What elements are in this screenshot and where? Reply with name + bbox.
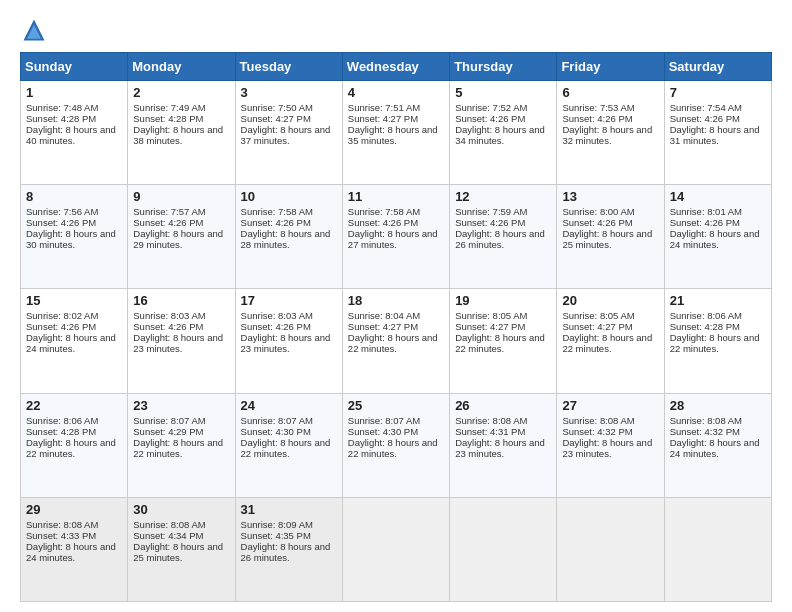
calendar-dow-saturday: Saturday (664, 53, 771, 81)
day-number: 25 (348, 398, 444, 413)
day-number: 4 (348, 85, 444, 100)
day-number: 26 (455, 398, 551, 413)
daylight-label: Daylight: 8 hours and 24 minutes. (26, 541, 116, 563)
sunrise-label: Sunrise: 8:06 AM (670, 310, 742, 321)
daylight-label: Daylight: 8 hours and 38 minutes. (133, 124, 223, 146)
daylight-label: Daylight: 8 hours and 22 minutes. (348, 437, 438, 459)
calendar-cell: 4 Sunrise: 7:51 AM Sunset: 4:27 PM Dayli… (342, 81, 449, 185)
sunrise-label: Sunrise: 8:08 AM (562, 415, 634, 426)
calendar-cell: 5 Sunrise: 7:52 AM Sunset: 4:26 PM Dayli… (450, 81, 557, 185)
sunrise-label: Sunrise: 8:05 AM (562, 310, 634, 321)
day-number: 3 (241, 85, 337, 100)
sunrise-label: Sunrise: 8:07 AM (348, 415, 420, 426)
calendar-cell: 14 Sunrise: 8:01 AM Sunset: 4:26 PM Dayl… (664, 185, 771, 289)
sunset-label: Sunset: 4:28 PM (133, 113, 203, 124)
calendar-cell: 1 Sunrise: 7:48 AM Sunset: 4:28 PM Dayli… (21, 81, 128, 185)
calendar-cell: 10 Sunrise: 7:58 AM Sunset: 4:26 PM Dayl… (235, 185, 342, 289)
calendar-cell: 7 Sunrise: 7:54 AM Sunset: 4:26 PM Dayli… (664, 81, 771, 185)
calendar-cell: 8 Sunrise: 7:56 AM Sunset: 4:26 PM Dayli… (21, 185, 128, 289)
day-number: 27 (562, 398, 658, 413)
calendar-cell: 6 Sunrise: 7:53 AM Sunset: 4:26 PM Dayli… (557, 81, 664, 185)
daylight-label: Daylight: 8 hours and 23 minutes. (133, 332, 223, 354)
sunset-label: Sunset: 4:27 PM (562, 321, 632, 332)
day-number: 28 (670, 398, 766, 413)
sunrise-label: Sunrise: 7:53 AM (562, 102, 634, 113)
sunset-label: Sunset: 4:29 PM (133, 426, 203, 437)
calendar-cell: 19 Sunrise: 8:05 AM Sunset: 4:27 PM Dayl… (450, 289, 557, 393)
calendar-cell: 20 Sunrise: 8:05 AM Sunset: 4:27 PM Dayl… (557, 289, 664, 393)
daylight-label: Daylight: 8 hours and 37 minutes. (241, 124, 331, 146)
sunrise-label: Sunrise: 7:51 AM (348, 102, 420, 113)
day-number: 10 (241, 189, 337, 204)
calendar-cell: 25 Sunrise: 8:07 AM Sunset: 4:30 PM Dayl… (342, 393, 449, 497)
daylight-label: Daylight: 8 hours and 23 minutes. (562, 437, 652, 459)
sunrise-label: Sunrise: 8:03 AM (241, 310, 313, 321)
calendar-cell: 27 Sunrise: 8:08 AM Sunset: 4:32 PM Dayl… (557, 393, 664, 497)
sunrise-label: Sunrise: 8:03 AM (133, 310, 205, 321)
day-number: 16 (133, 293, 229, 308)
calendar-cell: 17 Sunrise: 8:03 AM Sunset: 4:26 PM Dayl… (235, 289, 342, 393)
calendar-cell: 31 Sunrise: 8:09 AM Sunset: 4:35 PM Dayl… (235, 497, 342, 601)
calendar-week-4: 22 Sunrise: 8:06 AM Sunset: 4:28 PM Dayl… (21, 393, 772, 497)
sunset-label: Sunset: 4:32 PM (562, 426, 632, 437)
calendar-week-1: 1 Sunrise: 7:48 AM Sunset: 4:28 PM Dayli… (21, 81, 772, 185)
sunset-label: Sunset: 4:26 PM (348, 217, 418, 228)
sunset-label: Sunset: 4:26 PM (562, 113, 632, 124)
day-number: 9 (133, 189, 229, 204)
calendar-cell: 15 Sunrise: 8:02 AM Sunset: 4:26 PM Dayl… (21, 289, 128, 393)
sunset-label: Sunset: 4:27 PM (455, 321, 525, 332)
calendar-header-row: SundayMondayTuesdayWednesdayThursdayFrid… (21, 53, 772, 81)
daylight-label: Daylight: 8 hours and 24 minutes. (26, 332, 116, 354)
sunrise-label: Sunrise: 8:05 AM (455, 310, 527, 321)
calendar-dow-monday: Monday (128, 53, 235, 81)
daylight-label: Daylight: 8 hours and 27 minutes. (348, 228, 438, 250)
header (20, 16, 772, 44)
sunrise-label: Sunrise: 8:08 AM (133, 519, 205, 530)
daylight-label: Daylight: 8 hours and 32 minutes. (562, 124, 652, 146)
sunrise-label: Sunrise: 7:58 AM (348, 206, 420, 217)
day-number: 24 (241, 398, 337, 413)
calendar-dow-tuesday: Tuesday (235, 53, 342, 81)
daylight-label: Daylight: 8 hours and 25 minutes. (562, 228, 652, 250)
sunrise-label: Sunrise: 8:07 AM (241, 415, 313, 426)
sunset-label: Sunset: 4:34 PM (133, 530, 203, 541)
general-blue-logo-icon (20, 16, 48, 44)
daylight-label: Daylight: 8 hours and 22 minutes. (26, 437, 116, 459)
day-number: 20 (562, 293, 658, 308)
sunset-label: Sunset: 4:28 PM (670, 321, 740, 332)
daylight-label: Daylight: 8 hours and 22 minutes. (348, 332, 438, 354)
day-number: 6 (562, 85, 658, 100)
day-number: 1 (26, 85, 122, 100)
daylight-label: Daylight: 8 hours and 31 minutes. (670, 124, 760, 146)
calendar-cell (450, 497, 557, 601)
calendar-dow-sunday: Sunday (21, 53, 128, 81)
day-number: 31 (241, 502, 337, 517)
calendar-dow-friday: Friday (557, 53, 664, 81)
calendar-dow-thursday: Thursday (450, 53, 557, 81)
sunrise-label: Sunrise: 7:48 AM (26, 102, 98, 113)
calendar-week-5: 29 Sunrise: 8:08 AM Sunset: 4:33 PM Dayl… (21, 497, 772, 601)
calendar-cell (342, 497, 449, 601)
calendar-cell: 26 Sunrise: 8:08 AM Sunset: 4:31 PM Dayl… (450, 393, 557, 497)
calendar-week-3: 15 Sunrise: 8:02 AM Sunset: 4:26 PM Dayl… (21, 289, 772, 393)
daylight-label: Daylight: 8 hours and 22 minutes. (670, 332, 760, 354)
calendar-cell: 23 Sunrise: 8:07 AM Sunset: 4:29 PM Dayl… (128, 393, 235, 497)
daylight-label: Daylight: 8 hours and 23 minutes. (455, 437, 545, 459)
sunset-label: Sunset: 4:33 PM (26, 530, 96, 541)
calendar-cell: 11 Sunrise: 7:58 AM Sunset: 4:26 PM Dayl… (342, 185, 449, 289)
sunrise-label: Sunrise: 7:58 AM (241, 206, 313, 217)
daylight-label: Daylight: 8 hours and 26 minutes. (241, 541, 331, 563)
daylight-label: Daylight: 8 hours and 22 minutes. (241, 437, 331, 459)
sunset-label: Sunset: 4:30 PM (241, 426, 311, 437)
sunset-label: Sunset: 4:27 PM (348, 321, 418, 332)
calendar-cell: 28 Sunrise: 8:08 AM Sunset: 4:32 PM Dayl… (664, 393, 771, 497)
sunrise-label: Sunrise: 8:00 AM (562, 206, 634, 217)
day-number: 18 (348, 293, 444, 308)
sunrise-label: Sunrise: 7:57 AM (133, 206, 205, 217)
sunset-label: Sunset: 4:26 PM (455, 217, 525, 228)
day-number: 11 (348, 189, 444, 204)
calendar-cell: 29 Sunrise: 8:08 AM Sunset: 4:33 PM Dayl… (21, 497, 128, 601)
sunrise-label: Sunrise: 7:54 AM (670, 102, 742, 113)
day-number: 15 (26, 293, 122, 308)
sunset-label: Sunset: 4:26 PM (133, 321, 203, 332)
